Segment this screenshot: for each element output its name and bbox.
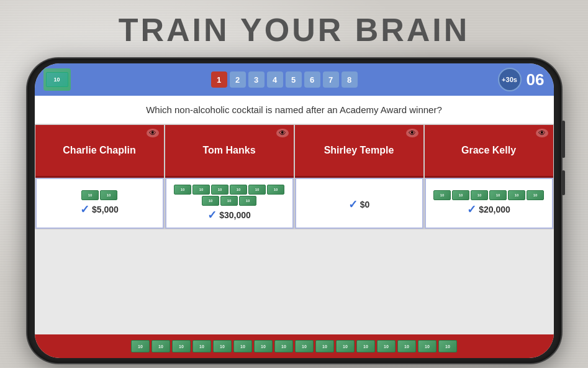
bottom-bill-1: 10 [152, 340, 170, 352]
chevron-down-0: ✓ [80, 203, 89, 216]
bill-g-0 [433, 190, 451, 200]
bill-t-3 [230, 185, 247, 195]
amount-row-0: ✓ $5,000 [80, 203, 119, 216]
answer-cell-2: Shirley Temple ✓ $0 [294, 124, 424, 229]
eye-icon-3 [536, 129, 548, 137]
answer-top-0[interactable]: Charlie Chaplin [35, 125, 164, 178]
amount-text-3: $20,000 [479, 205, 510, 214]
page-title: TRAIN YOUR BRAIN [119, 11, 470, 48]
answer-bottom-0: ✓ $5,000 [35, 178, 164, 229]
bill-g-5 [527, 190, 544, 200]
question-area: Which non-alcoholic cocktail is named af… [35, 96, 554, 124]
bottom-bill-10: 10 [336, 340, 355, 352]
amount-text-0: $5,000 [92, 205, 119, 214]
timer-button[interactable]: +30s [498, 68, 522, 91]
bottom-bill-8: 10 [295, 340, 314, 352]
bottom-bill-12: 10 [377, 340, 396, 352]
answer-cell-3: Grace Kelly ✓ $20,000 [424, 124, 554, 229]
bottom-bill-9: 10 [315, 340, 334, 352]
q-num-5[interactable]: 5 [286, 71, 302, 88]
q-num-3[interactable]: 3 [248, 71, 265, 88]
eye-icon-1 [276, 129, 289, 137]
bills-container-0 [39, 190, 160, 200]
bill-t-5 [267, 185, 284, 195]
q-num-1[interactable]: 1 [211, 71, 227, 88]
bill-g-2 [471, 190, 488, 200]
bottom-bill-5: 10 [233, 340, 252, 352]
bills-container-1 [169, 185, 290, 206]
q-num-2[interactable]: 2 [230, 71, 246, 88]
bill-t-7 [220, 196, 238, 206]
bill-t-4 [248, 185, 266, 195]
answer-label-1: Tom Hanks [202, 145, 255, 156]
chevron-down-3: ✓ [467, 203, 476, 216]
answer-top-1[interactable]: Tom Hanks [165, 125, 294, 178]
answer-cell-0: Charlie Chaplin ✓ $5,000 [35, 124, 165, 229]
bill-t-2 [211, 185, 228, 195]
chevron-down-1: ✓ [207, 208, 217, 222]
eye-icon-0 [147, 129, 159, 137]
bottom-bill-11: 10 [356, 340, 375, 352]
answer-bottom-2: ✓ $0 [295, 178, 423, 229]
q-num-4[interactable]: 4 [267, 71, 283, 88]
answer-top-2[interactable]: Shirley Temple [295, 125, 423, 178]
header-bill: 10 [46, 72, 68, 87]
bottom-bill-6: 10 [254, 340, 273, 352]
answer-bottom-1: ✓ $30,000 [165, 178, 294, 229]
chevron-down-2: ✓ [348, 198, 358, 211]
bill-g-1 [452, 190, 469, 200]
answer-label-0: Charlie Chaplin [63, 145, 135, 156]
amount-row-1: ✓ $30,000 [207, 208, 251, 222]
amount-row-3: ✓ $20,000 [467, 203, 510, 216]
bottom-bill-2: 10 [172, 340, 191, 352]
phone-frame: 10 1 2 3 4 5 6 7 8 +30s 06 Which non-alc… [27, 58, 561, 363]
amount-row-2: ✓ $0 [348, 198, 370, 211]
bottom-bill-14: 10 [418, 340, 436, 352]
money-icon: 10 [43, 68, 71, 91]
bill-t-1 [192, 185, 210, 195]
bill-t-6 [202, 196, 219, 206]
bill-g-4 [508, 190, 525, 200]
bottom-bill-7: 10 [274, 340, 293, 352]
header-bar: 10 1 2 3 4 5 6 7 8 +30s 06 [35, 63, 554, 96]
bottom-bill-4: 10 [213, 340, 232, 352]
phone-screen: 10 1 2 3 4 5 6 7 8 +30s 06 Which non-alc… [35, 63, 554, 358]
answers-grid: Charlie Chaplin ✓ $5,000 To [35, 124, 554, 334]
bill-t-0 [174, 185, 191, 195]
question-text: Which non-alcoholic cocktail is named af… [146, 104, 442, 115]
question-numbers: 1 2 3 4 5 6 7 8 [211, 71, 358, 88]
eye-icon-2 [406, 129, 418, 137]
bills-container-3 [428, 190, 550, 200]
q-num-8[interactable]: 8 [341, 71, 358, 88]
bottom-strip: 10 10 10 10 10 10 10 10 10 10 10 10 10 1… [35, 334, 554, 358]
timer-section: +30s 06 [498, 68, 545, 91]
amount-text-1: $30,000 [219, 210, 251, 220]
answer-top-3[interactable]: Grace Kelly [425, 125, 553, 178]
q-num-6[interactable]: 6 [304, 71, 320, 88]
bottom-bill-0: 10 [131, 340, 150, 352]
bill-0 [81, 190, 99, 200]
bill-1 [100, 190, 117, 200]
bill-t-8 [239, 196, 256, 206]
q-num-7[interactable]: 7 [323, 71, 339, 88]
answer-label-3: Grace Kelly [461, 145, 516, 156]
answer-label-2: Shirley Temple [324, 145, 394, 156]
score-display: 06 [527, 70, 545, 90]
bottom-bill-15: 10 [438, 340, 457, 352]
bottom-bill-3: 10 [192, 340, 211, 352]
answer-bottom-3: ✓ $20,000 [425, 178, 553, 229]
amount-text-2: $0 [360, 200, 370, 209]
answer-cell-1: Tom Hanks ✓ [165, 124, 294, 229]
bill-g-3 [489, 190, 507, 200]
bottom-bill-13: 10 [397, 340, 416, 352]
